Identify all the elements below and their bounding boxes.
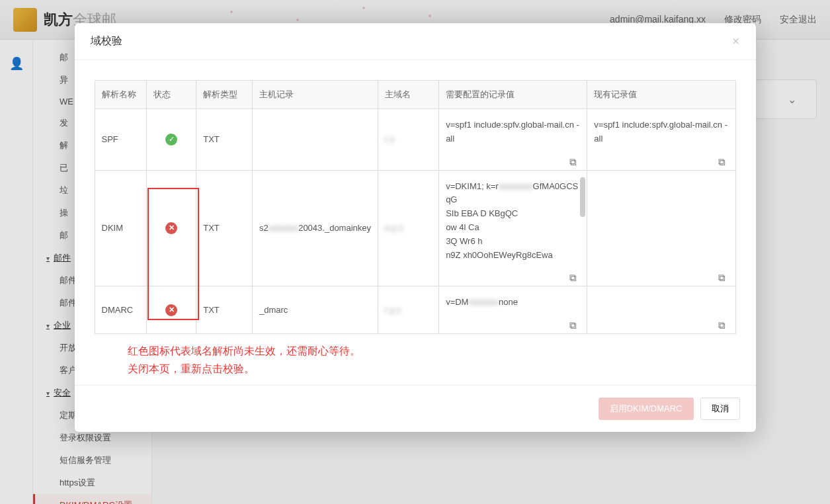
cell-required: v=spf1 include:spfv.global-mail.cn -all … [439, 109, 587, 171]
cell-host: _dmarc [252, 286, 378, 334]
copy-icon[interactable]: ⧉ [569, 270, 580, 280]
status-fail-icon: ✕ [165, 222, 177, 234]
table-row-spf: SPF ✓ TXT r z v=spf1 include:spfv.global… [95, 109, 735, 171]
cell-current: ⧉ [587, 170, 735, 286]
required-value-masked: v=DKIM1; k=rxxxxxxxxGfMA0GCSqG SIb EBA D… [446, 180, 580, 263]
th-host: 主机记录 [252, 81, 378, 109]
cell-current: v=spf1 include:spfv.global-mail.cn -all … [587, 109, 735, 171]
cell-type: TXT [196, 109, 253, 171]
cell-name: SPF [95, 109, 147, 171]
close-icon[interactable]: × [732, 34, 740, 49]
note-line2: 关闭本页，重新点击校验。 [128, 363, 255, 374]
cell-status: ✕ [147, 286, 196, 334]
cell-required: v=DKIM1; k=rxxxxxxxxGfMA0GCSqG SIb EBA D… [439, 170, 587, 286]
current-value: v=spf1 include:spfv.global-mail.cn -all [594, 120, 727, 144]
enable-dkim-dmarc-button[interactable]: 启用DKIM/DMARC [599, 398, 694, 420]
cell-current: ⧉ [587, 286, 735, 334]
th-domain: 主域名 [378, 81, 439, 109]
copy-icon[interactable]: ⧉ [718, 154, 729, 165]
modal-title: 域校验 [91, 34, 122, 48]
th-name: 解析名称 [95, 81, 147, 109]
cell-status: ✕ [147, 170, 196, 286]
cell-domain: r z [378, 109, 439, 171]
cell-type: TXT [196, 286, 253, 334]
dns-table: 解析名称 状态 解析类型 主机记录 主域名 需要配置的记录值 现有记录值 SPF… [95, 80, 736, 334]
copy-icon[interactable]: ⧉ [569, 317, 580, 328]
modal-footer: 启用DKIM/DMARC 取消 [75, 385, 756, 432]
cell-domain: r y z [378, 286, 439, 334]
cell-required: v=DMxxxxxxxnone ⧉ [439, 286, 587, 334]
cell-host [252, 109, 378, 171]
th-type: 解析类型 [196, 81, 253, 109]
masked-domain: r z [385, 134, 394, 144]
modal-header: 域校验 × [75, 23, 756, 60]
copy-icon[interactable]: ⧉ [718, 317, 729, 328]
required-value: v=spf1 include:spfv.global-mail.cn -all [446, 120, 579, 144]
copy-icon[interactable]: ⧉ [718, 270, 729, 280]
cell-name: DKIM [95, 170, 147, 286]
scrollbar-thumb[interactable] [580, 177, 585, 217]
domain-verify-modal: 域校验 × 解析名称 状态 解析类型 主机记录 主域名 需要配置的记录值 现有记… [75, 23, 756, 432]
cell-type: TXT [196, 170, 253, 286]
cell-domain: n y z [378, 170, 439, 286]
masked-domain: r y z [385, 305, 401, 315]
cell-host: s2xxxxxxx20043._domainkey [252, 170, 378, 286]
cell-status: ✓ [147, 109, 196, 171]
masked-domain: n y z [385, 223, 403, 233]
table-row-dkim: DKIM ✕ TXT s2xxxxxxx20043._domainkey n y… [95, 170, 735, 286]
copy-icon[interactable]: ⧉ [569, 154, 580, 165]
table-row-dmarc: DMARC ✕ TXT _dmarc r y z v=DMxxxxxxxnone… [95, 286, 735, 334]
cancel-button[interactable]: 取消 [700, 398, 740, 420]
cell-name: DMARC [95, 286, 147, 334]
status-fail-icon: ✕ [165, 304, 177, 316]
modal-body: 解析名称 状态 解析类型 主机记录 主域名 需要配置的记录值 现有记录值 SPF… [75, 60, 756, 385]
th-current: 现有记录值 [587, 81, 735, 109]
th-required: 需要配置的记录值 [439, 81, 587, 109]
status-ok-icon: ✓ [165, 134, 177, 146]
note-line1: 红色图标代表域名解析尚未生效，还需耐心等待。 [128, 345, 360, 357]
th-status: 状态 [147, 81, 196, 109]
note-text: 红色图标代表域名解析尚未生效，还需耐心等待。 关闭本页，重新点击校验。 [95, 342, 736, 378]
